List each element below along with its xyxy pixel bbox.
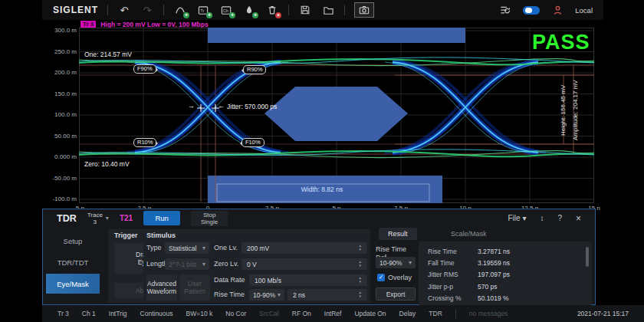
- status-item: No Cor: [225, 310, 246, 317]
- toolbar-separator: [163, 5, 164, 15]
- one-level-label: One: 214.57 mV: [84, 51, 132, 58]
- rise-time-stepper[interactable]: 2 ns▲▼: [288, 289, 367, 301]
- status-item: IntRef: [324, 310, 342, 317]
- status-item: BW=10 k: [186, 310, 213, 317]
- result-row-value: 3.27871 ns: [478, 248, 510, 255]
- result-row-label: Jitter RMS: [428, 271, 478, 278]
- status-message: no messages: [469, 310, 508, 317]
- tab-setup[interactable]: Setup: [46, 231, 100, 251]
- length-dropdown[interactable]: 2^7-1 bits▾: [165, 258, 209, 270]
- svg-text:Ch: Ch: [222, 8, 228, 12]
- trace-selector[interactable]: Trace 3 ▾: [87, 212, 109, 225]
- result-list: Rise Time3.27871 nsFall Time3.19559 nsJi…: [419, 242, 592, 305]
- connection-mode-label: Local: [575, 6, 593, 15]
- status-items: Tr 3Ch 1IntTrigContinuousBW=10 kNo CorSr…: [58, 310, 442, 317]
- screenshot-icon[interactable]: [354, 2, 374, 18]
- trace-tag: T21: [120, 214, 133, 222]
- add-marker-icon[interactable]: +: [242, 3, 256, 17]
- f10-marker: F10%: [242, 138, 264, 147]
- result-group: Result Scale/Mask Rise Time Def. 10-90%▾…: [373, 226, 593, 304]
- eye-diagram-plot[interactable]: [79, 28, 594, 203]
- y-axis-tick: 200.0 m: [34, 69, 77, 77]
- stimulus-fields: Stimulus Type Statistical▾ One Lv. 200 m…: [143, 229, 370, 303]
- siglent-logo: SIGLENT: [53, 5, 98, 15]
- result-rows: Rise Time3.27871 nsFall Time3.19559 nsJi…: [428, 245, 592, 304]
- result-rise-def-dropdown[interactable]: 10-90%▾: [376, 257, 416, 268]
- y-axis-tick: 0.000 m: [34, 153, 77, 161]
- tab-result[interactable]: Result: [379, 228, 417, 240]
- toolbar-right-group: Local: [498, 3, 593, 17]
- f90-marker: F90%: [133, 64, 156, 74]
- result-row: Jitter p-p570 ps: [428, 281, 592, 292]
- y-axis-tick: 50.00 m: [34, 133, 77, 140]
- tab-scale-mask[interactable]: Scale/Mask: [442, 228, 496, 240]
- overlay-checkbox[interactable]: ✓: [377, 274, 385, 281]
- zero-level-field-label: Zero Lv.: [214, 260, 238, 268]
- data-rate-stepper[interactable]: 100 Mb/s▲▼: [249, 274, 367, 286]
- y-axis-tick: -100.0 m: [34, 196, 77, 203]
- save-icon[interactable]: [298, 3, 312, 17]
- result-row: Rise Time3.27871 ns: [428, 245, 592, 257]
- chevron-down-icon: ▾: [278, 291, 281, 298]
- r90-marker: R90%: [243, 65, 266, 74]
- status-item: IntTrig: [109, 310, 127, 317]
- close-panel-icon[interactable]: ×: [576, 213, 581, 224]
- add-function-trace-icon[interactable]: +: [173, 3, 187, 17]
- task-list-refresh-icon[interactable]: [498, 3, 512, 17]
- y-axis-tick: 100.0 m: [34, 111, 77, 119]
- run-button[interactable]: Run: [143, 211, 180, 225]
- chevron-down-icon: ▾: [106, 215, 109, 222]
- resize-panel-icon[interactable]: ↕: [540, 214, 544, 222]
- rise-time-label: Rise Time: [214, 291, 245, 299]
- add-channel-icon[interactable]: Ch +: [219, 3, 233, 17]
- redo-icon[interactable]: ↷: [140, 3, 154, 17]
- help-icon[interactable]: ?: [557, 214, 562, 222]
- stimulus-group-label: Stimulus: [146, 232, 176, 239]
- tab-eye-mask[interactable]: Eye/Mask: [46, 274, 100, 294]
- panel-header-right: File ▾ ↕ ? ×: [508, 213, 581, 224]
- undo-icon[interactable]: ↶: [117, 3, 131, 17]
- stepper-arrows[interactable]: ▲▼: [359, 291, 362, 298]
- width-measurement-label: Width: 8.82 ns: [230, 186, 414, 193]
- user-pattern-button[interactable]: User Pattern: [179, 274, 210, 301]
- y-axis-tick: 300.0 m: [34, 27, 77, 34]
- delete-badge: ×: [275, 12, 281, 18]
- add-trace-icon[interactable]: Tr +: [196, 3, 210, 17]
- rise-time-def-dropdown[interactable]: 10-90%▾: [249, 289, 284, 301]
- recall-folder-icon[interactable]: [321, 3, 335, 17]
- result-row-label: Crossing %: [428, 294, 478, 302]
- advanced-waveform-button[interactable]: Advanced Waveform: [146, 274, 177, 301]
- status-item: TDR: [429, 310, 442, 317]
- trace-selector-label: Trace 3: [87, 212, 103, 225]
- one-level-stepper[interactable]: 200 mV▲▼: [242, 242, 367, 254]
- remote-toggle[interactable]: [523, 6, 540, 15]
- stop-single-button[interactable]: Stop Single: [191, 211, 228, 226]
- panel-header: TDR Trace 3 ▾ T21 Run Stop Single File ▾…: [43, 209, 595, 227]
- y-axis-tick: 150.0 m: [34, 90, 77, 98]
- type-dropdown[interactable]: Statistical▾: [165, 242, 209, 254]
- stepper-arrows[interactable]: ▲▼: [359, 261, 362, 268]
- chevron-down-icon: ▾: [202, 245, 205, 251]
- status-item: Tr 3: [58, 310, 69, 317]
- panel-title: TDR: [57, 213, 77, 224]
- file-menu[interactable]: File ▾: [508, 214, 526, 222]
- result-scrollbar[interactable]: [586, 247, 589, 267]
- stepper-arrows[interactable]: ▲▼: [359, 277, 362, 284]
- remote-user-icon[interactable]: [550, 3, 564, 17]
- trigger-group-label: Trigger: [114, 232, 138, 239]
- jitter-arrow-left: ←: [218, 102, 225, 110]
- result-row-value: 570 ps: [478, 283, 498, 291]
- y-axis-tick: 250.0 m: [34, 48, 77, 56]
- result-row: Fall Time3.19559 ns: [428, 257, 592, 268]
- zero-level-stepper[interactable]: 0 V▲▼: [242, 258, 367, 270]
- export-button[interactable]: Export: [376, 288, 416, 301]
- amplitude-measurement-label: Amplitude: 204.17 mV: [572, 71, 579, 150]
- delete-trace-icon[interactable]: ×: [265, 3, 279, 17]
- y-axis-tick: -50.00 m: [34, 175, 77, 182]
- stepper-arrows[interactable]: ▲▼: [359, 245, 362, 251]
- tab-tdr-tdt[interactable]: TDR/TDT: [46, 252, 100, 272]
- height-measurement-label: Height: 156.45 mV: [560, 75, 567, 146]
- mask-test-pass-label: PASS: [532, 31, 590, 54]
- status-separator: [455, 309, 456, 318]
- status-item: Continuous: [140, 310, 173, 317]
